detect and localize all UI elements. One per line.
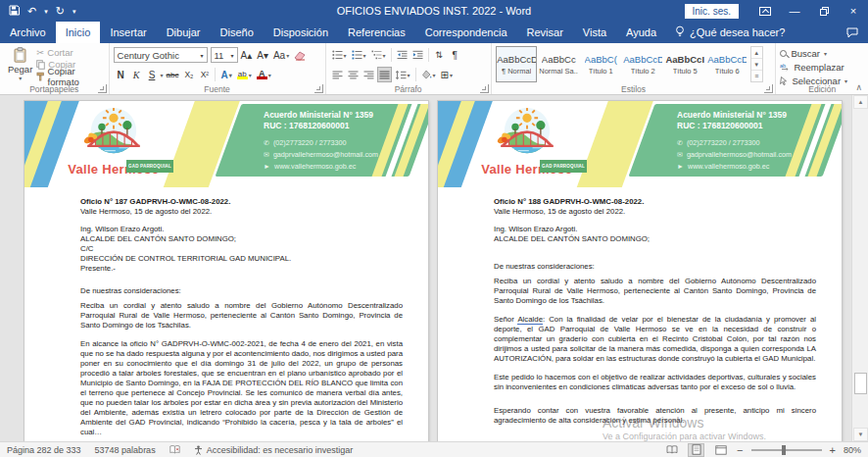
underline-button[interactable]: S bbox=[145, 67, 160, 82]
subscript-button[interactable]: X₂ bbox=[181, 67, 196, 82]
web-layout-button[interactable] bbox=[712, 443, 729, 457]
page-number-indicator[interactable]: Página 282 de 333 bbox=[7, 445, 81, 455]
clipboard-dialog-launcher[interactable] bbox=[98, 84, 107, 93]
tab-inicio[interactable]: Inicio bbox=[56, 22, 101, 43]
number-list-button[interactable]: ▾ bbox=[350, 47, 368, 63]
zoom-slider-thumb[interactable] bbox=[782, 445, 786, 455]
scrollbar-thumb[interactable] bbox=[854, 373, 867, 394]
tab-revisar[interactable]: Revisar bbox=[517, 22, 573, 43]
show-marks-button[interactable]: ¶ bbox=[448, 47, 462, 63]
style-normal-sa[interactable]: AaBbCc Normal Sa... bbox=[538, 46, 579, 82]
clear-formatting-button[interactable] bbox=[292, 47, 308, 63]
document-page-2[interactable]: Acuerdo Ministerial N° 1359 RUC : 176812… bbox=[438, 101, 842, 441]
group-font: Century Gothic ▾ 11 ▾ A▴ A▾ Aa▾ N K S ▾ … bbox=[110, 43, 326, 94]
style-titulo-2[interactable]: AaBbCcD Título 2 bbox=[622, 46, 663, 82]
read-mode-button[interactable] bbox=[663, 443, 680, 457]
decrease-indent-button[interactable] bbox=[395, 47, 410, 63]
tell-me-box[interactable]: ¿Qué desea hacer? bbox=[666, 22, 794, 43]
align-center-button[interactable] bbox=[346, 67, 361, 82]
font-size-select[interactable]: 11 ▾ bbox=[211, 47, 238, 63]
styles-group-label: Estilos bbox=[492, 84, 776, 94]
styles-scroll-down-icon[interactable]: ▼ bbox=[751, 59, 762, 71]
proofing-status[interactable] bbox=[169, 445, 180, 454]
font-name-select[interactable]: Century Gothic ▾ bbox=[114, 47, 208, 63]
shading-button[interactable]: ▾ bbox=[419, 67, 438, 82]
justify-button[interactable] bbox=[377, 67, 392, 82]
close-button[interactable]: × bbox=[839, 0, 868, 22]
redo-icon[interactable]: ↻ bbox=[56, 6, 65, 17]
vertical-scrollbar[interactable]: ▲ ▼ bbox=[851, 95, 868, 441]
zoom-in-button[interactable]: + bbox=[830, 444, 836, 456]
underline-caret-icon[interactable]: ▾ bbox=[161, 72, 164, 78]
clipboard-icon bbox=[12, 47, 28, 63]
undo-caret-icon[interactable]: ▾ bbox=[44, 8, 48, 15]
multilevel-list-button[interactable]: ▾ bbox=[369, 47, 388, 63]
tab-disposicion[interactable]: Disposición bbox=[264, 22, 338, 43]
italic-button[interactable]: K bbox=[129, 67, 144, 82]
replace-button[interactable]: ab Reemplazar bbox=[780, 60, 864, 74]
increase-indent-icon bbox=[412, 50, 423, 60]
tab-insertar[interactable]: Insertar bbox=[100, 22, 156, 43]
ribbon-display-options-button[interactable] bbox=[750, 0, 780, 22]
styles-dialog-launcher[interactable] bbox=[764, 84, 773, 93]
superscript-button[interactable]: X² bbox=[197, 67, 212, 82]
tab-diseno[interactable]: Diseño bbox=[211, 22, 264, 43]
tab-dibujar[interactable]: Dibujar bbox=[157, 22, 211, 43]
minimize-button[interactable]: — bbox=[780, 0, 809, 22]
print-layout-button[interactable] bbox=[688, 443, 704, 457]
restore-button[interactable] bbox=[809, 0, 839, 22]
customize-qat-caret-icon[interactable]: ▾ bbox=[72, 8, 76, 15]
word-count-indicator[interactable]: 53748 palabras bbox=[95, 445, 156, 455]
bullet-list-button[interactable]: ▾ bbox=[330, 47, 349, 63]
font-dialog-launcher[interactable] bbox=[314, 84, 323, 93]
line-spacing-button[interactable]: ▾ bbox=[393, 67, 412, 82]
style-titulo-5[interactable]: AaBbCcI Título 5 bbox=[664, 46, 705, 82]
style-titulo-6[interactable]: AaBbCcDc Título 6 bbox=[706, 46, 747, 82]
change-case-button[interactable]: Aa▾ bbox=[271, 47, 291, 63]
paragraph-dialog-launcher[interactable] bbox=[480, 84, 489, 93]
document-page-1[interactable]: Acuerdo Ministerial N° 1359 RUC : 176812… bbox=[24, 101, 428, 441]
styles-scroll-up-icon[interactable]: ▲ bbox=[751, 47, 762, 59]
format-painter-button[interactable]: Copiar formato bbox=[36, 71, 104, 82]
strikethrough-button[interactable]: abc bbox=[165, 67, 181, 82]
shrink-font-button[interactable]: A▾ bbox=[255, 47, 270, 63]
borders-button[interactable]: ⊞▾ bbox=[439, 67, 455, 82]
find-button[interactable]: Buscar ▾ bbox=[780, 46, 864, 60]
bold-button[interactable]: N bbox=[114, 67, 128, 82]
undo-icon[interactable]: ↶ bbox=[27, 6, 36, 17]
style-sample: AaBbC( bbox=[585, 54, 617, 65]
scroll-up-icon[interactable]: ▲ bbox=[853, 95, 868, 109]
tab-correspondencia[interactable]: Correspondencia bbox=[415, 22, 517, 43]
collapse-ribbon-icon[interactable]: ∧ bbox=[855, 82, 862, 92]
zoom-slider[interactable] bbox=[751, 449, 822, 451]
styles-gallery-more-icon[interactable]: ≡ bbox=[751, 71, 762, 81]
zoom-level[interactable]: 80% bbox=[844, 445, 861, 455]
salutation: De nuestras consideraciones: bbox=[80, 286, 403, 296]
style-normal[interactable]: AaBbCcD ¶ Normal bbox=[496, 46, 537, 82]
tab-archivo[interactable]: Archivo bbox=[0, 22, 56, 43]
align-right-button[interactable] bbox=[362, 67, 376, 82]
tab-vista[interactable]: Vista bbox=[573, 22, 616, 43]
grow-font-button[interactable]: A▴ bbox=[239, 47, 255, 63]
font-color-button[interactable]: A ▾ bbox=[255, 67, 273, 82]
editing-group-label: Edición bbox=[776, 84, 868, 94]
text-effects-button[interactable]: A▾ bbox=[218, 67, 233, 82]
style-titulo-1[interactable]: AaBbC( Título 1 bbox=[580, 46, 621, 82]
tab-ayuda[interactable]: Ayuda bbox=[616, 22, 666, 43]
cut-button[interactable]: ✂ Cortar bbox=[36, 47, 104, 58]
save-icon[interactable] bbox=[9, 5, 20, 18]
sort-button[interactable]: ⇅ bbox=[432, 47, 447, 63]
increase-indent-button[interactable] bbox=[410, 47, 425, 63]
paste-button[interactable]: Pegar ▾ bbox=[4, 46, 36, 81]
style-name: Normal Sa... bbox=[539, 67, 578, 76]
align-left-button[interactable] bbox=[330, 67, 345, 82]
scroll-down-icon[interactable]: ▼ bbox=[853, 428, 868, 441]
tab-referencias[interactable]: Referencias bbox=[338, 22, 415, 43]
zoom-out-button[interactable]: − bbox=[737, 444, 743, 456]
city-date: Valle Hermoso, 15 de agosto del 2022. bbox=[494, 207, 816, 217]
feedback-button[interactable] bbox=[837, 22, 868, 43]
cut-label: Cortar bbox=[47, 47, 72, 58]
highlight-button[interactable]: ab ▾ bbox=[235, 67, 254, 82]
sign-in-button[interactable]: Inic. ses. bbox=[685, 4, 739, 19]
accessibility-status[interactable]: Accesibilidad: es necesario investigar bbox=[194, 445, 354, 455]
